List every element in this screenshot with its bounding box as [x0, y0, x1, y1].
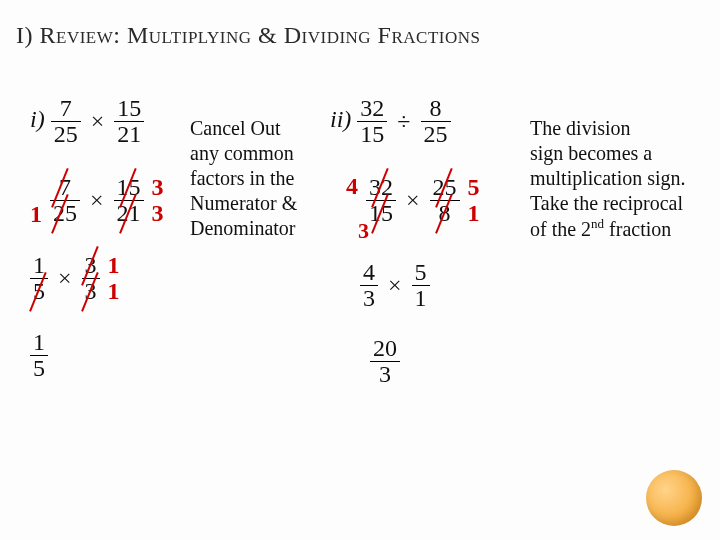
frac: 25 8: [430, 175, 460, 226]
note-text: of the 2: [530, 218, 591, 240]
denominator: 25: [50, 201, 80, 226]
frac: 7 25: [50, 175, 80, 226]
p1-step1: i) 7 25 × 15 21: [30, 96, 144, 147]
divide-op: ÷: [393, 108, 414, 135]
denominator: 15: [357, 122, 387, 147]
p1-label: i): [30, 106, 45, 132]
numerator: 1: [30, 330, 48, 356]
denominator: 21: [114, 122, 144, 147]
cancel-pair: 3 3: [150, 174, 164, 227]
note-line: any common: [190, 141, 350, 166]
numerator: 32: [357, 96, 387, 122]
note-line: sign becomes a: [530, 141, 720, 166]
p2-step4: 20 3: [370, 336, 400, 387]
denominator: 5: [30, 356, 48, 381]
cancel-value: 3: [152, 200, 164, 226]
frac: 1 5: [30, 253, 48, 304]
cancel-pair: 1 1: [106, 252, 120, 305]
cancel-value: 4: [346, 173, 360, 200]
frac: 1 5: [30, 330, 48, 381]
numerator: 15: [114, 175, 144, 201]
times-op: ×: [87, 108, 109, 135]
numerator: 20: [370, 336, 400, 362]
numerator: 15: [114, 96, 144, 122]
cancel-value: 1: [468, 200, 480, 226]
p2-step1: ii) 32 15 ÷ 8 25: [330, 96, 451, 147]
numerator: 3: [82, 253, 100, 279]
numerator: 25: [430, 175, 460, 201]
frac: 4 3: [360, 260, 378, 311]
frac: 15 21: [114, 96, 144, 147]
times-op: ×: [54, 265, 76, 292]
note-line: Cancel Out: [190, 116, 350, 141]
numerator: 5: [412, 260, 430, 286]
cancel-value: 5: [468, 174, 480, 200]
p1-step3: 1 5 × 3 3 1 1: [30, 252, 120, 305]
note-sup: nd: [591, 216, 604, 231]
frac: 15 21: [114, 175, 144, 226]
denominator: 25: [421, 122, 451, 147]
frac: 32 15: [357, 96, 387, 147]
note-left: Cancel Out any common factors in the Num…: [190, 116, 350, 241]
note-line: Denominator: [190, 216, 350, 241]
frac: 20 3: [370, 336, 400, 387]
note-line: of the 2nd fraction: [530, 216, 720, 242]
cancel-value: 1: [108, 278, 120, 304]
frac: 7 25: [51, 96, 81, 147]
page-title: I) Review: Multiplying & Dividing Fracti…: [16, 22, 480, 49]
denominator: 3: [360, 286, 378, 311]
frac: 3 3: [82, 253, 100, 304]
numerator: 4: [360, 260, 378, 286]
denominator: 25: [51, 122, 81, 147]
cancel-value: 1: [108, 252, 120, 278]
p1-step2: 1 7 25 × 15 21 3 3: [30, 174, 164, 227]
note-line: Numerator &: [190, 191, 350, 216]
denominator: 3: [82, 279, 100, 304]
note-line: Take the reciprocal: [530, 191, 720, 216]
frac: 5 1: [412, 260, 430, 311]
p1-step4: 1 5: [30, 330, 48, 381]
numerator: 7: [51, 96, 81, 122]
numerator: 32: [366, 175, 396, 201]
denominator: 1: [412, 286, 430, 311]
times-op: ×: [402, 187, 424, 214]
note-line: multiplication sign.: [530, 166, 720, 191]
denominator: 5: [30, 279, 48, 304]
times-op: ×: [86, 187, 108, 214]
denominator: 8: [430, 201, 460, 226]
cancel-value: 3: [358, 218, 369, 244]
p2-step3: 4 3 × 5 1: [360, 260, 430, 311]
note-right: The division sign becomes a multiplicati…: [530, 116, 720, 242]
cancel-pair: 5 1: [466, 174, 480, 227]
times-op: ×: [384, 272, 406, 299]
denominator: 3: [370, 362, 400, 387]
note-line: The division: [530, 116, 720, 141]
frac: 32 15: [366, 175, 396, 226]
cancel-value: 3: [152, 174, 164, 200]
numerator: 7: [50, 175, 80, 201]
cancel-value: 1: [30, 201, 44, 228]
frac: 8 25: [421, 96, 451, 147]
numerator: 1: [30, 253, 48, 279]
numerator: 8: [421, 96, 451, 122]
decorative-circle-icon: [646, 470, 702, 526]
denominator: 21: [114, 201, 144, 226]
p2-label: ii): [330, 106, 351, 132]
note-line: factors in the: [190, 166, 350, 191]
note-text: fraction: [604, 218, 671, 240]
denominator: 15: [366, 201, 396, 226]
